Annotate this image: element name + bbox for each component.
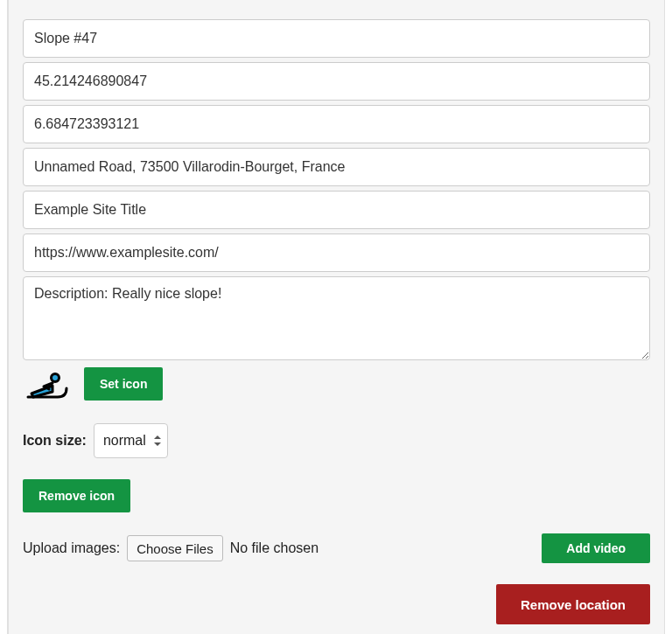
remove-icon-button[interactable]: Remove icon	[23, 479, 130, 512]
site-title-input[interactable]	[23, 191, 650, 229]
icon-size-value: normal	[103, 433, 146, 449]
location-name-input[interactable]	[23, 19, 650, 58]
longitude-input[interactable]	[23, 105, 650, 143]
remove-location-button[interactable]: Remove location	[496, 584, 650, 624]
svg-point-0	[52, 374, 60, 382]
icon-size-select[interactable]: normal	[94, 423, 168, 458]
description-textarea[interactable]: Description: Really nice slope!	[23, 276, 650, 360]
latitude-input[interactable]	[23, 62, 650, 101]
set-icon-button[interactable]: Set icon	[84, 367, 163, 401]
address-input[interactable]	[23, 148, 650, 186]
select-stepper-icon	[153, 434, 162, 448]
file-chosen-status: No file chosen	[230, 540, 318, 556]
icon-size-label: Icon size:	[23, 433, 87, 449]
location-editor-panel: Description: Really nice slope! Set icon…	[7, 0, 665, 634]
sled-icon	[23, 367, 72, 402]
add-video-button[interactable]: Add video	[542, 533, 650, 563]
upload-images-label: Upload images:	[23, 540, 120, 556]
sled-icon-svg	[23, 367, 72, 402]
site-url-input[interactable]	[23, 233, 650, 272]
choose-files-button[interactable]: Choose Files	[127, 535, 223, 561]
